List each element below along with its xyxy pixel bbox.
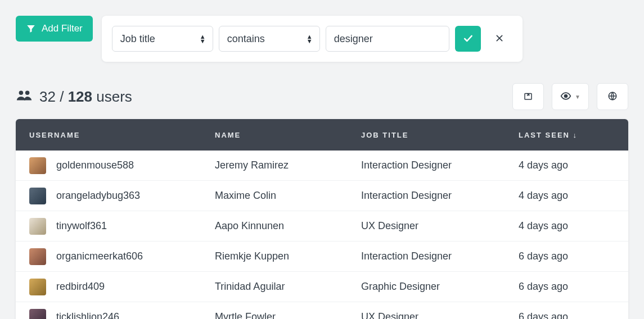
table-header-row: USERNAME NAME JOB TITLE LAST SEEN ↓ (16, 119, 628, 151)
globe-icon (607, 91, 618, 103)
table-row[interactable]: redbird409 Trinidad Aguilar Graphic Desi… (16, 272, 628, 302)
cell-username: goldenmouse588 (56, 160, 134, 171)
open-external-button[interactable] (512, 83, 544, 110)
avatar (29, 279, 46, 295)
table-row[interactable]: organicmeerkat606 Riemkje Kuppen Interac… (16, 241, 628, 272)
avatar (29, 248, 46, 265)
cell-name: Aapo Kinnunen (215, 220, 361, 232)
add-filter-label: Add Filter (42, 23, 83, 34)
avatar (29, 188, 46, 204)
table-actions: ▼ (512, 83, 628, 110)
table-row[interactable]: ticklishlion246 Myrtle Fowler UX Designe… (16, 302, 628, 319)
svg-point-2 (19, 90, 24, 95)
people-icon (16, 88, 33, 106)
svg-point-3 (25, 90, 30, 95)
cell-job-title: Graphic Designer (361, 281, 519, 293)
users-table: USERNAME NAME JOB TITLE LAST SEEN ↓ gold… (16, 119, 628, 319)
total-count: 128 (68, 88, 92, 105)
cell-last-seen: 4 days ago (519, 220, 615, 232)
filter-apply-button[interactable] (455, 26, 481, 52)
col-username[interactable]: USERNAME (29, 131, 215, 139)
svg-point-5 (565, 94, 568, 97)
open-external-icon (523, 91, 533, 103)
select-arrows-icon: ▲▼ (307, 34, 313, 43)
count-noun: users (96, 88, 132, 105)
globe-button[interactable] (597, 83, 628, 110)
col-name[interactable]: NAME (215, 131, 361, 139)
col-last-seen[interactable]: LAST SEEN ↓ (519, 131, 615, 139)
filter-value-input[interactable] (326, 26, 449, 52)
cell-last-seen: 6 days ago (519, 250, 615, 262)
cell-name: Myrtle Fowler (215, 311, 361, 319)
count-separator: / (60, 88, 64, 105)
cell-username: orangeladybug363 (56, 190, 140, 202)
cell-job-title: UX Designer (361, 311, 519, 319)
cell-last-seen: 6 days ago (519, 311, 615, 319)
filter-condition-card: Job title ▲▼ contains ▲▼ (102, 16, 523, 62)
avatar (29, 309, 46, 320)
table-row[interactable]: goldenmouse588 Jeremy Ramirez Interactio… (16, 151, 628, 181)
avatar (29, 218, 46, 235)
cell-last-seen: 4 days ago (519, 160, 615, 171)
eye-icon (560, 90, 571, 103)
cell-job-title: Interaction Designer (361, 250, 519, 262)
cell-last-seen: 6 days ago (519, 281, 615, 293)
chevron-down-icon: ▼ (575, 94, 580, 100)
select-arrows-icon: ▲▼ (200, 34, 206, 43)
table-row[interactable]: orangeladybug363 Maxime Colin Interactio… (16, 181, 628, 211)
filter-operator-value: contains (227, 33, 265, 45)
add-filter-button[interactable]: Add Filter (16, 16, 93, 42)
table-row[interactable]: tinywolf361 Aapo Kinnunen UX Designer 4 … (16, 211, 628, 241)
filtered-count: 32 (39, 88, 56, 105)
cell-job-title: Interaction Designer (361, 160, 519, 171)
cell-name: Riemkje Kuppen (215, 250, 361, 262)
cell-job-title: Interaction Designer (361, 190, 519, 202)
cell-name: Trinidad Aguilar (215, 281, 361, 293)
filter-field-value: Job title (120, 33, 155, 45)
cell-last-seen: 4 days ago (519, 190, 615, 202)
avatar (29, 157, 46, 174)
col-job-title[interactable]: JOB TITLE (361, 131, 519, 139)
funnel-icon (26, 24, 36, 34)
cell-username: tinywolf361 (56, 220, 107, 232)
table-body: goldenmouse588 Jeremy Ramirez Interactio… (16, 151, 628, 319)
cell-username: organicmeerkat606 (56, 250, 143, 262)
cell-username: redbird409 (56, 281, 105, 293)
check-icon (462, 33, 474, 45)
filter-remove-button[interactable] (487, 26, 512, 52)
visibility-dropdown-button[interactable]: ▼ (552, 83, 589, 110)
cell-username: ticklishlion246 (56, 311, 119, 319)
filter-operator-select[interactable]: contains ▲▼ (219, 26, 320, 52)
cell-name: Maxime Colin (215, 190, 361, 202)
cell-name: Jeremy Ramirez (215, 160, 361, 171)
filter-field-select[interactable]: Job title ▲▼ (112, 26, 213, 52)
cell-job-title: UX Designer (361, 220, 519, 232)
result-count: 32 / 128 users (16, 88, 132, 106)
close-icon (495, 33, 504, 45)
